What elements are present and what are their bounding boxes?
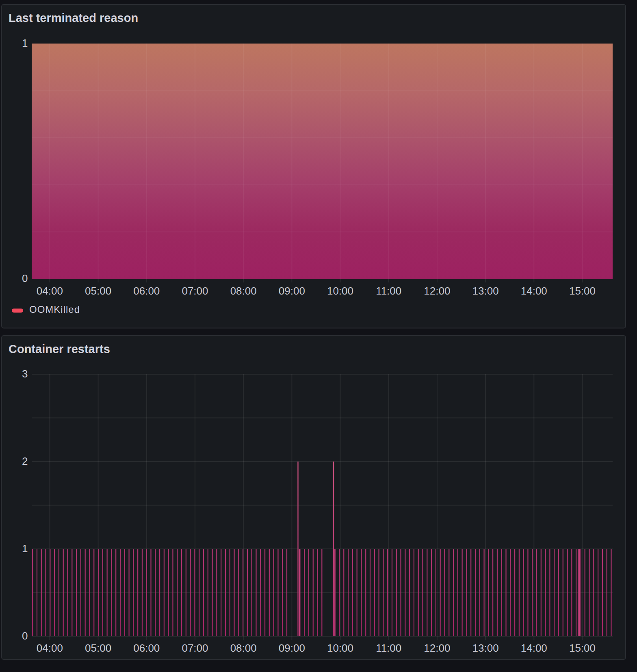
svg-text:13:00: 13:00 [472, 642, 499, 654]
svg-text:04:00: 04:00 [37, 285, 63, 297]
svg-text:12:00: 12:00 [424, 642, 450, 654]
svg-text:07:00: 07:00 [182, 285, 208, 297]
svg-text:05:00: 05:00 [85, 285, 111, 297]
svg-text:04:00: 04:00 [37, 642, 63, 654]
svg-text:06:00: 06:00 [133, 642, 160, 654]
svg-text:3: 3 [22, 368, 28, 380]
svg-text:Last terminated reason: Last terminated reason [9, 11, 138, 24]
svg-text:06:00: 06:00 [133, 285, 160, 297]
svg-text:OOMKilled: OOMKilled [29, 304, 80, 315]
svg-text:09:00: 09:00 [279, 285, 305, 297]
svg-text:1: 1 [22, 542, 28, 555]
svg-text:05:00: 05:00 [85, 642, 111, 654]
svg-text:13:00: 13:00 [472, 285, 499, 297]
svg-text:14:00: 14:00 [521, 285, 547, 297]
svg-text:11:00: 11:00 [376, 642, 401, 654]
svg-text:08:00: 08:00 [230, 642, 257, 654]
svg-text:0: 0 [22, 630, 28, 642]
svg-text:11:00: 11:00 [376, 285, 401, 297]
svg-text:0: 0 [22, 272, 28, 284]
svg-text:08:00: 08:00 [230, 285, 257, 297]
svg-text:10:00: 10:00 [327, 642, 353, 654]
svg-text:1: 1 [22, 37, 28, 49]
svg-text:07:00: 07:00 [182, 642, 208, 654]
svg-text:15:00: 15:00 [569, 285, 596, 297]
svg-text:10:00: 10:00 [327, 285, 353, 297]
svg-text:09:00: 09:00 [279, 642, 305, 654]
svg-text:12:00: 12:00 [424, 285, 450, 297]
svg-text:14:00: 14:00 [521, 642, 547, 654]
svg-text:15:00: 15:00 [569, 642, 596, 654]
svg-text:Container restarts: Container restarts [9, 343, 110, 356]
svg-text:2: 2 [22, 455, 28, 467]
